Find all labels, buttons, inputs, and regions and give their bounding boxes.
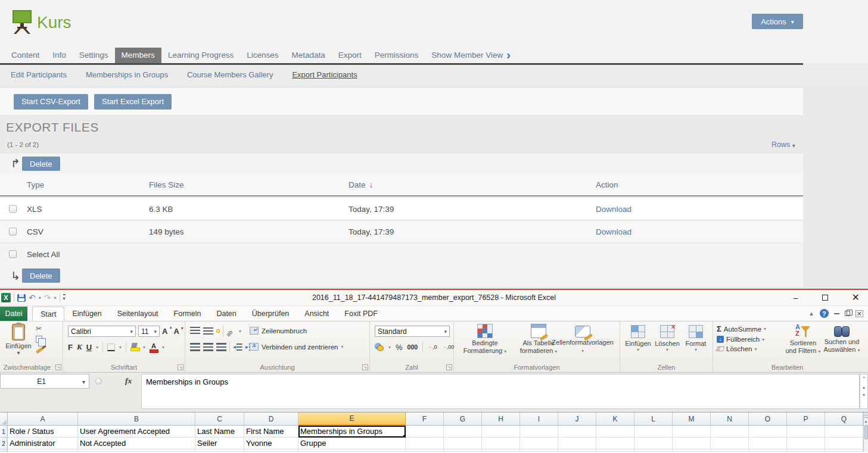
customize-toolbar-icon[interactable]: ▾ [63,294,66,301]
borders-dropdown-icon[interactable]: ▾ [119,345,122,350]
align-bottom-active[interactable] [216,329,220,333]
cell-q2[interactable] [825,438,863,449]
column-header-k[interactable]: K [596,413,634,426]
column-header-g[interactable]: G [444,413,482,426]
cell-g3[interactable] [444,449,482,452]
cell-e3[interactable] [298,449,406,452]
workbook-close-icon[interactable]: ✕ [855,310,863,317]
cell-f3[interactable] [406,449,444,452]
split-handle[interactable]: — [864,413,868,418]
conditional-formatting-button[interactable]: Bedingte Formatierung ▾ [458,324,512,355]
align-middle-icon[interactable] [203,327,213,335]
workbook-restore-icon[interactable] [845,311,850,316]
row-header-3[interactable] [0,449,8,452]
paste-button[interactable]: Einfügen ▾ [4,324,33,362]
subtab-edit-participants[interactable]: Edit Participants [11,70,67,79]
copy-icon[interactable] [36,336,42,343]
cell-o1[interactable] [749,426,787,438]
column-header-o[interactable]: O [749,413,787,426]
dialog-launcher-icon[interactable]: ↘ [178,364,183,370]
column-header-date[interactable]: Date↓ [349,180,374,189]
ribbon-tab-daten[interactable]: Daten [209,307,244,321]
cell-f1[interactable] [406,426,444,438]
download-link[interactable]: Download [596,204,631,213]
ribbon-tab-formeln[interactable]: Formeln [166,307,209,321]
row-header-2[interactable]: 2 [0,438,8,449]
column-header-d[interactable]: D [244,413,298,426]
underline-button[interactable]: U [86,343,92,352]
cell-d2[interactable]: Yvonne [244,438,298,449]
align-top-icon[interactable] [190,327,200,335]
find-select-button[interactable]: Suchen und Auswählen ▾ [823,324,861,354]
cell-g1[interactable] [444,426,482,438]
decrease-decimal-icon[interactable]: ,00 [442,344,455,350]
cell-d3[interactable] [244,449,298,452]
cell-c1[interactable]: Last Name [195,426,244,438]
cell-i3[interactable] [520,449,558,452]
format-painter-icon[interactable] [36,347,44,354]
cell-e1-selected[interactable]: Memberships in Groups [298,426,406,438]
cell-b3[interactable] [78,449,195,452]
orientation-icon[interactable] [226,327,236,335]
font-color-dropdown-icon[interactable]: ▾ [162,345,164,350]
tab-info[interactable]: Info [46,48,73,63]
column-header-files-size[interactable]: Files Size [149,180,184,189]
comma-style-button[interactable]: 000 [407,343,418,351]
cell-h3[interactable] [482,449,520,452]
cell-b1[interactable]: User Agreement Accepted [78,426,195,438]
select-all-corner[interactable] [0,413,8,426]
cell-i2[interactable] [520,438,558,449]
tab-members[interactable]: Members [115,48,161,63]
close-button[interactable]: ✕ [852,293,860,302]
dialog-launcher-icon[interactable]: ↘ [55,364,61,370]
formula-bar-scroll[interactable]: ⌃ ▲ ▼ [860,374,868,409]
cell-n2[interactable] [711,438,749,449]
cell-k2[interactable] [596,438,634,449]
save-icon[interactable] [17,294,26,302]
column-header-h[interactable]: H [482,413,520,426]
column-header-b[interactable]: B [78,413,195,426]
cell-o2[interactable] [749,438,787,449]
fill-handle[interactable] [403,435,406,438]
column-header-j[interactable]: J [558,413,596,426]
cell-l2[interactable] [634,438,673,449]
collapse-ribbon-icon[interactable]: ▲ [808,310,814,317]
align-right-icon[interactable] [216,343,226,351]
cell-a1[interactable]: Role / Status [8,426,78,438]
column-header-p[interactable]: P [787,413,825,426]
cell-o3[interactable] [749,449,787,452]
start-excel-export-button[interactable]: Start Excel Export [94,94,172,110]
collapse-formula-bar-icon[interactable]: ⌃ [862,376,866,382]
tab-metadata[interactable]: Metadata [285,48,332,63]
bold-button[interactable]: F [68,343,73,352]
cell-n3[interactable] [711,449,749,452]
percent-style-button[interactable]: % [396,343,403,352]
cell-i1[interactable] [520,426,558,438]
row-checkbox[interactable] [9,228,17,236]
ribbon-tab-ansicht[interactable]: Ansicht [297,307,337,321]
tab-permissions[interactable]: Permissions [368,48,425,63]
ribbon-tab-start[interactable]: Start [32,307,64,321]
ribbon-tab-datei[interactable]: Datei [0,307,27,321]
vertical-scrollbar[interactable]: — ▲ [863,413,868,452]
cell-m3[interactable] [673,449,711,452]
insert-function-icon[interactable]: fx [125,376,132,386]
cell-l1[interactable] [634,426,673,438]
fill-color-icon[interactable] [130,343,139,351]
column-header-q[interactable]: Q [825,413,863,426]
accounting-format-icon[interactable] [375,343,384,351]
tab-settings[interactable]: Settings [73,48,115,63]
cell-p1[interactable] [787,426,825,438]
column-header-n[interactable]: N [711,413,749,426]
select-all-checkbox[interactable] [9,251,17,258]
tab-show-member-view[interactable]: Show Member View › [425,48,517,63]
scroll-up-icon[interactable]: ▲ [862,385,866,389]
column-header-i[interactable]: I [520,413,558,426]
subtab-memberships-in-groups[interactable]: Memberships in Groups [86,70,168,79]
minimize-button[interactable]: – [794,293,798,302]
column-header-m[interactable]: M [673,413,711,426]
increase-decimal-icon[interactable]: ,0 [428,344,437,350]
cell-p3[interactable] [787,449,825,452]
font-name-select[interactable]: Calibri ▾ [68,326,136,337]
row-checkbox[interactable] [9,205,17,213]
